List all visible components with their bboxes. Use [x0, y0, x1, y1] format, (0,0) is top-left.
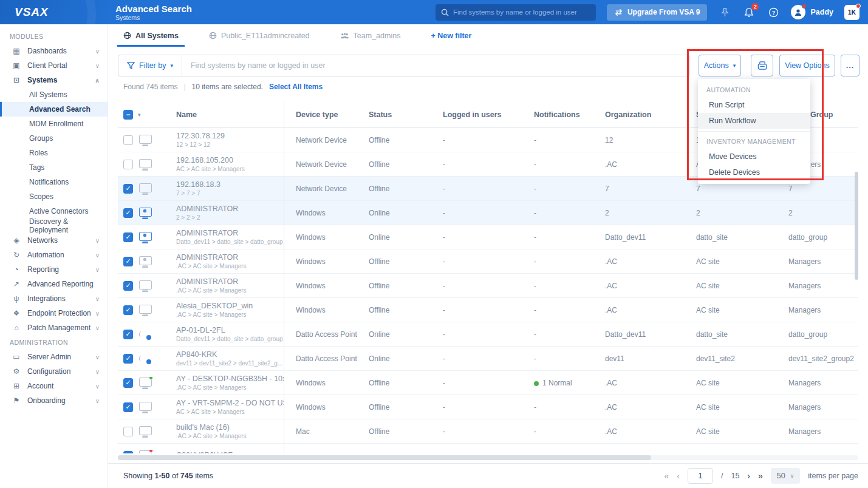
horizontal-scrollbar[interactable] — [118, 455, 858, 460]
menu-item[interactable]: Delete Devices — [698, 164, 810, 180]
sidebar-item[interactable]: Advanced Search — [0, 102, 108, 117]
previous-page-button[interactable]: ‹ — [677, 471, 680, 481]
print-button[interactable] — [751, 55, 773, 76]
table-row[interactable]: ADMINISTRATOR .AC > AC site > Managers W… — [118, 274, 858, 298]
more-options-button[interactable]: ... — [841, 55, 859, 76]
sidebar-item[interactable]: ▭ Server Admin ∨ — [0, 350, 108, 364]
sidebar-item[interactable]: Notifications — [0, 175, 108, 189]
sidebar-item[interactable]: Scopes — [0, 189, 108, 204]
row-checkbox[interactable] — [123, 257, 133, 266]
column-header-device-type[interactable]: Device type — [296, 110, 369, 119]
table-row[interactable]: AP-01-DL-2FL Datto_dev11 > datto_site > … — [118, 322, 858, 347]
selection-menu-caret[interactable]: ▾ — [138, 112, 141, 118]
device-name[interactable]: 192.168.18.3 — [176, 180, 284, 189]
device-name[interactable]: AY - DESKTOP-NGGB35H - 10x64 — [176, 374, 284, 384]
device-name[interactable]: 192.168.105.200 — [176, 156, 284, 165]
global-search-input[interactable] — [453, 8, 590, 16]
global-search[interactable] — [436, 4, 596, 21]
sidebar-item[interactable]: Tags — [0, 160, 108, 175]
sidebar-item[interactable]: ◔ Reporting ∨ — [0, 262, 108, 277]
help-icon[interactable]: ? — [767, 5, 780, 19]
table-row[interactable]: AY - DESKTOP-NGGB35H - 10x64 .AC > AC si… — [118, 371, 858, 395]
filter-tab[interactable]: + New filter — [431, 25, 471, 47]
kaseya-one-icon[interactable]: 1K — [844, 5, 859, 20]
pin-icon[interactable] — [718, 5, 731, 19]
device-name[interactable]: 172.30.78.129 — [176, 132, 284, 141]
sidebar-item[interactable]: ❖ Endpoint Protection ∨ — [0, 306, 108, 320]
column-header-status[interactable]: Status — [369, 110, 443, 119]
row-checkbox[interactable] — [123, 305, 133, 315]
filter-tab[interactable]: Public_ET11admincreated — [209, 25, 310, 47]
page-size-select[interactable]: 50 ∨ — [771, 468, 801, 484]
sidebar-item[interactable]: ⊞ Account ∨ — [0, 379, 108, 393]
table-row[interactable]: Alesia_DESKTOP_win .AC > AC site > Manag… — [118, 298, 858, 322]
last-page-button[interactable]: » — [758, 471, 763, 481]
sidebar-item[interactable]: ⊡ Systems ∧ — [0, 73, 108, 87]
menu-item[interactable]: Move Devices — [698, 149, 810, 164]
row-checkbox[interactable] — [123, 184, 133, 194]
filter-by-button[interactable]: Filter by ▾ — [118, 55, 182, 76]
sidebar-item[interactable]: Roles — [0, 146, 108, 160]
table-row[interactable]: AP840-KRK dev11 > dev11_site2 > dev11_si… — [118, 347, 858, 371]
sidebar-item[interactable]: Groups — [0, 131, 108, 146]
app-logo[interactable]: VSAX — [0, 0, 108, 24]
column-header-organization[interactable]: Organization — [605, 110, 696, 119]
row-checkbox[interactable] — [123, 160, 133, 169]
device-name[interactable]: ADMINISTRATOR — [176, 253, 284, 262]
first-page-button[interactable]: « — [664, 471, 669, 481]
sidebar-item[interactable]: All Systems — [0, 87, 108, 102]
notifications-bell-icon[interactable]: 2 — [742, 5, 756, 19]
sidebar-item[interactable]: ◈ Networks ∨ — [0, 233, 108, 248]
sidebar-item[interactable]: ⚙ Configuration ∨ — [0, 364, 108, 379]
sidebar-item[interactable]: Discovery & Deployment — [0, 219, 108, 233]
menu-item[interactable]: Run Workflow — [698, 113, 810, 129]
table-row[interactable]: build's Mac (16) .AC > AC site > Manager… — [118, 419, 858, 444]
sidebar-item[interactable]: ↗ Advanced Reporting — [0, 277, 108, 291]
sidebar-item[interactable]: ▣ Client Portal ∨ — [0, 58, 108, 73]
page-number-input[interactable]: 1 — [688, 468, 713, 484]
vertical-scrollbar[interactable] — [855, 172, 858, 280]
row-checkbox[interactable] — [123, 354, 133, 364]
table-search-input[interactable] — [182, 61, 689, 70]
table-row[interactable]: C02XV8P6LVCF — [118, 444, 858, 453]
device-name[interactable]: ADMINISTRATOR — [176, 229, 284, 238]
filter-tab[interactable]: Team_admins — [340, 25, 401, 47]
select-all-checkbox[interactable] — [123, 110, 133, 120]
row-checkbox[interactable] — [123, 281, 133, 291]
table-row[interactable]: ADMINISTRATOR 2 > 2 > 2 Windows Online -… — [118, 201, 858, 225]
column-header-name[interactable]: Name — [176, 102, 284, 127]
row-checkbox[interactable] — [123, 402, 133, 412]
select-all-items-link[interactable]: Select All Items — [269, 83, 323, 91]
filter-tab[interactable]: All Systems — [123, 25, 179, 47]
column-header-notifications[interactable]: Notifications — [534, 110, 605, 119]
row-checkbox[interactable] — [123, 427, 133, 436]
device-name[interactable]: ADMINISTRATOR — [176, 277, 284, 286]
table-row[interactable]: ADMINISTRATOR .AC > AC site > Managers W… — [118, 249, 858, 274]
sidebar-item[interactable]: ↻ Automation ∨ — [0, 248, 108, 262]
device-name[interactable]: C02XV8P6LVCF — [176, 451, 284, 453]
device-name[interactable]: build's Mac (16) — [176, 423, 284, 432]
view-options-button[interactable]: View Options — [779, 55, 835, 76]
device-name[interactable]: AP840-KRK — [176, 350, 284, 359]
upgrade-button[interactable]: Upgrade From VSA 9 — [607, 4, 708, 21]
row-checkbox[interactable] — [123, 451, 133, 454]
horizontal-scrollbar-thumb[interactable] — [118, 455, 651, 460]
sidebar-item[interactable]: ψ Integrations ∨ — [0, 291, 108, 306]
table-row[interactable]: AY - VRT-SMPM-2 - DO NOT USE AC > AC sit… — [118, 395, 858, 419]
row-checkbox[interactable] — [123, 330, 133, 339]
sidebar-item[interactable]: MDM Enrollment — [0, 117, 108, 131]
sidebar-item[interactable]: ⌂ Patch Management ∨ — [0, 320, 108, 335]
device-name[interactable]: AP-01-DL-2FL — [176, 326, 284, 335]
sidebar-item[interactable]: ▦ Dashboards ∨ — [0, 44, 108, 58]
sidebar-item[interactable]: ⚑ Onboarding ∨ — [0, 393, 108, 408]
row-checkbox[interactable] — [123, 378, 133, 388]
device-name[interactable]: ADMINISTRATOR — [176, 205, 284, 214]
table-row[interactable]: ADMINISTRATOR Datto_dev11 > datto_site >… — [118, 225, 858, 249]
row-checkbox[interactable] — [123, 232, 133, 242]
menu-item[interactable]: Run Script — [698, 97, 810, 113]
user-menu[interactable]: Paddy — [791, 5, 833, 19]
row-checkbox[interactable] — [123, 208, 133, 218]
sidebar-item[interactable]: Active Connectors — [0, 204, 108, 219]
row-checkbox[interactable] — [123, 135, 133, 145]
device-name[interactable]: Alesia_DESKTOP_win — [176, 302, 284, 311]
